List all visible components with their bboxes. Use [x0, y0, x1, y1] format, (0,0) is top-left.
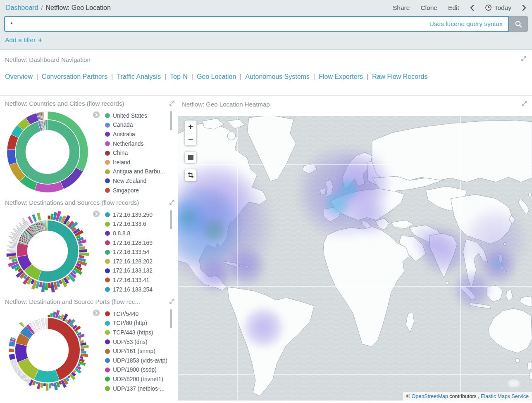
legend-item[interactable]: UDP/1853 (vids-avtp) [105, 356, 169, 365]
legend-item[interactable]: 172.16.133.6 [105, 220, 169, 229]
legend-scrollbar[interactable] [170, 309, 172, 328]
edit-button[interactable]: Edit [448, 4, 459, 12]
legend-item[interactable]: UDP/8200 (trivnet1) [105, 375, 169, 384]
legend-item[interactable]: Australia [105, 130, 169, 139]
expand-panel-icon[interactable] [169, 100, 174, 107]
legend-item[interactable]: UDP/161 (snmp) [105, 346, 169, 356]
nav-link-overview[interactable]: Overview [5, 73, 33, 80]
legend-color-dot [105, 222, 110, 227]
nav-separator: | [111, 73, 113, 80]
time-picker-button[interactable]: Today [485, 4, 511, 12]
attribution-middle: contributors , [448, 394, 481, 399]
legend-item[interactable]: TCP/80 (http) [105, 319, 169, 328]
legend-item[interactable]: 172.16.128.169 [105, 238, 169, 248]
legend-item[interactable]: Netherlands [105, 139, 169, 149]
fit-icon [188, 155, 193, 160]
legend-collapse-button[interactable] [93, 210, 100, 218]
nav-link-top-n[interactable]: Top-N [170, 73, 188, 80]
legend-color-dot [105, 259, 110, 264]
nav-link-conversation-partners[interactable]: Conversation Partners [42, 73, 107, 80]
panel-countries-cities: Netflow: Countries and Cities (flow reco… [0, 96, 178, 195]
panel-title: Netflow: Destination and Source Ports (f… [5, 298, 173, 305]
expand-panel-icon[interactable] [521, 55, 526, 63]
legend-item[interactable]: UDP/1900 (ssdp) [105, 365, 169, 375]
legend-item[interactable]: United States [105, 111, 169, 121]
elastic-maps-link[interactable]: Elastic Maps Service [481, 394, 529, 399]
legend-collapse-button[interactable] [93, 309, 100, 317]
top-actions: Share Clone Edit Today [393, 4, 526, 12]
zoom-out-button[interactable]: − [185, 133, 196, 145]
legend-color-dot [105, 330, 110, 335]
legend-label: Canada [113, 122, 133, 128]
donut-chart-sources[interactable] [5, 207, 93, 294]
add-filter-plus-icon[interactable]: + [38, 36, 42, 44]
legend-item[interactable]: 172.16.128.202 [105, 257, 169, 266]
nav-link-traffic-analysis[interactable]: Traffic Analysis [117, 73, 161, 80]
legend-item[interactable]: China [105, 148, 169, 158]
openstreetmap-link[interactable]: OpenStreetMap [412, 394, 448, 399]
graticule-line [178, 374, 532, 375]
legend-item[interactable]: Canada [105, 121, 169, 130]
donut-chart-ports[interactable] [5, 306, 93, 393]
donut-chart-countries[interactable] [5, 108, 93, 195]
legend-color-dot [105, 212, 110, 217]
map-canvas[interactable]: + − © OpenStreetMap contributors , Elast… [178, 116, 532, 401]
zoom-in-button[interactable]: + [185, 121, 196, 133]
legend-item[interactable]: TCP/5440 [105, 309, 169, 319]
draw-filter-button[interactable] [184, 169, 197, 181]
add-filter-link[interactable]: Add a filter [5, 36, 36, 44]
legend-item[interactable]: Singapore [105, 186, 169, 195]
query-value[interactable]: * [10, 21, 429, 28]
expand-panel-icon[interactable] [169, 298, 174, 306]
legend-item[interactable]: Antigua and Barbu... [105, 167, 169, 177]
search-button[interactable] [509, 16, 528, 32]
legend-ports: TCP/5440TCP/80 (http)TCP/443 (https)UDP/… [93, 306, 173, 393]
clone-button[interactable]: Clone [420, 4, 437, 12]
legend-item[interactable]: TCP/443 (https) [105, 328, 169, 337]
legend-color-dot [105, 160, 110, 165]
legend-scrollbar[interactable] [170, 210, 172, 229]
legend-label: UDP/53 (dns) [113, 339, 148, 345]
legend-item[interactable]: 172.16.133.254 [105, 285, 169, 294]
legend-collapse-button[interactable] [93, 111, 100, 119]
legend-item[interactable]: 172.16.139.250 [105, 210, 169, 220]
expand-panel-icon[interactable] [169, 199, 174, 206]
fit-data-bounds-button[interactable] [184, 151, 197, 164]
query-bar: * Uses lucene query syntax [4, 16, 528, 32]
kibana-dashboard: Dashboard / Netflow: Geo Location Share … [0, 0, 532, 403]
panel-title: Netflow: Dashboard Navigation [5, 56, 527, 63]
lucene-syntax-link[interactable]: Uses lucene query syntax [429, 20, 503, 28]
time-forward-button[interactable] [522, 5, 526, 11]
legend-item[interactable]: New Zealand [105, 176, 169, 186]
legend-item[interactable]: 172.16.133.41 [105, 275, 169, 285]
time-back-button[interactable] [470, 5, 474, 11]
legend-sources: 172.16.139.250172.16.133.68.8.8.8172.16.… [93, 207, 173, 294]
legend-scrollbar[interactable] [170, 111, 172, 130]
legend-label: UDP/1853 (vids-avtp) [113, 358, 167, 364]
nav-separator: | [313, 73, 315, 80]
legend-color-dot [105, 231, 110, 236]
legend-countries: United StatesCanadaAustraliaNetherlandsC… [93, 108, 173, 195]
legend-item[interactable]: 172.16.133.132 [105, 266, 169, 276]
nav-link-autonomous-systems[interactable]: Autonomous Systems [245, 73, 310, 80]
nav-link-raw-flow-records[interactable]: Raw Flow Records [372, 73, 427, 80]
clock-icon [485, 4, 492, 11]
legend-item[interactable]: 172.16.133.54 [105, 247, 169, 257]
legend-item[interactable]: 8.8.8.8 [105, 229, 169, 238]
nav-link-geo-location[interactable]: Geo Location [197, 73, 236, 80]
expand-panel-icon[interactable] [522, 100, 527, 107]
share-button[interactable]: Share [393, 4, 410, 12]
legend-item[interactable]: Ireland [105, 158, 169, 167]
search-input[interactable]: * Uses lucene query syntax [4, 16, 509, 32]
legend-label: UDP/1900 (ssdp) [113, 367, 157, 373]
legend-color-dot [105, 188, 110, 193]
top-chrome: Dashboard / Netflow: Geo Location Share … [0, 0, 532, 50]
breadcrumb-dashboard-link[interactable]: Dashboard [6, 4, 38, 12]
legend-item[interactable]: UDP/53 (dns) [105, 337, 169, 347]
legend-color-dot [105, 132, 110, 137]
nav-separator: | [367, 73, 368, 80]
legend-label: TCP/80 (http) [113, 320, 147, 326]
nav-link-flow-exporters[interactable]: Flow Exporters [319, 73, 363, 80]
map-controls: + − [184, 120, 197, 181]
legend-item[interactable]: UDP/137 (netbios-... [105, 384, 169, 394]
